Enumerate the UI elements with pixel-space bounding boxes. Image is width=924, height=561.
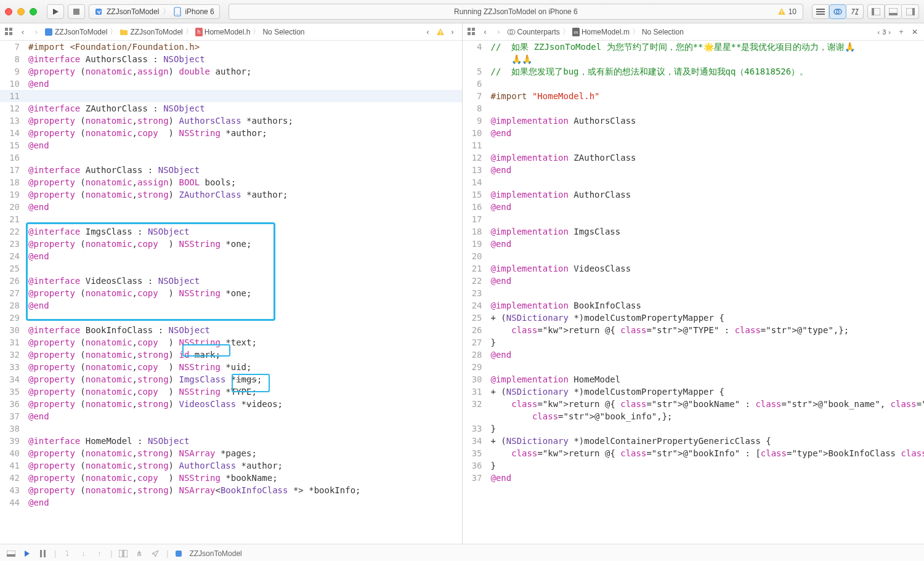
breakpoints-icon[interactable] bbox=[22, 549, 32, 559]
code-line[interactable]: 23@property (nonatomic,copy ) NSString *… bbox=[0, 238, 462, 250]
code-line[interactable]: 9@property (nonatomic,assign) double aut… bbox=[0, 65, 462, 78]
forward-button[interactable]: › bbox=[493, 26, 505, 38]
warning-count[interactable]: 10 bbox=[788, 7, 796, 16]
code-line[interactable]: 24@implementation BookInfoClass bbox=[463, 299, 925, 312]
code-line[interactable]: 14@property (nonatomic,copy ) NSString *… bbox=[0, 127, 462, 139]
code-line[interactable]: 30@implementation HomeModel bbox=[463, 373, 925, 385]
breadcrumb-project[interactable]: ZZJsonToModel bbox=[44, 28, 107, 36]
code-line[interactable]: 21 bbox=[0, 213, 462, 225]
process-name[interactable]: ZZJsonToModel bbox=[189, 549, 241, 558]
code-line[interactable]: 30@interface BookInfoClass : NSObject bbox=[0, 324, 462, 336]
close-button[interactable] bbox=[5, 8, 12, 15]
hide-debug-area-icon[interactable] bbox=[6, 549, 16, 559]
code-line[interactable]: 37@end bbox=[0, 410, 462, 422]
forward-button[interactable]: › bbox=[31, 26, 42, 38]
minimize-button[interactable] bbox=[17, 8, 25, 15]
code-line[interactable]: 19@property (nonatomic,strong) ZAuthorCl… bbox=[0, 188, 462, 201]
code-line[interactable]: 33} bbox=[463, 422, 925, 435]
code-line[interactable]: 42@property (nonatomic,copy ) NSString *… bbox=[0, 472, 462, 484]
code-line[interactable]: 24@end bbox=[0, 250, 462, 262]
version-editor-button[interactable] bbox=[846, 4, 864, 19]
code-line[interactable]: 13@end bbox=[463, 164, 925, 176]
code-line[interactable]: 25 bbox=[0, 262, 462, 275]
code-line[interactable]: 15@end bbox=[0, 139, 462, 151]
code-line[interactable]: 31+ (NSDictionary *)modelCustomPropertyM… bbox=[463, 385, 925, 398]
back-button[interactable]: ‹ bbox=[17, 26, 28, 38]
code-line[interactable]: 10@end bbox=[463, 127, 925, 139]
code-line[interactable]: 39@interface HomeModel : NSObject bbox=[0, 435, 462, 447]
code-line[interactable]: 26 class="kw">return @{ class="str">@"TY… bbox=[463, 324, 925, 336]
code-editor-right[interactable]: 4// 如果 ZZJsonToModel 为您节约了时间，您的**🌟星星**是我… bbox=[463, 41, 925, 544]
breadcrumb-selection[interactable]: No Selection bbox=[262, 28, 304, 36]
code-line[interactable]: 17 bbox=[463, 213, 925, 225]
code-line[interactable]: 23 bbox=[463, 287, 925, 299]
code-line[interactable]: 18@implementation ImgsClass bbox=[463, 225, 925, 238]
code-line[interactable]: 15@implementation AuthorClass bbox=[463, 188, 925, 201]
code-editor-left[interactable]: 7#import <Foundation/Foundation.h>8@inte… bbox=[0, 41, 462, 544]
code-line[interactable]: 14 bbox=[463, 176, 925, 188]
code-line[interactable]: 31@property (nonatomic,copy ) NSString *… bbox=[0, 336, 462, 349]
code-line[interactable]: 20@end bbox=[0, 201, 462, 213]
toggle-navigator-button[interactable] bbox=[867, 4, 885, 19]
breadcrumb-selection[interactable]: No Selection bbox=[642, 28, 684, 36]
code-line[interactable]: 29 bbox=[0, 312, 462, 324]
code-line[interactable]: 11 bbox=[463, 139, 925, 151]
standard-editor-button[interactable] bbox=[812, 4, 829, 19]
code-line[interactable]: 21@implementation VideosClass bbox=[463, 262, 925, 275]
code-line[interactable]: 28@end bbox=[0, 299, 462, 312]
step-over-icon[interactable]: ⤵ bbox=[62, 549, 72, 559]
code-line[interactable]: 27@property (nonatomic,copy ) NSString *… bbox=[0, 287, 462, 299]
code-line[interactable]: 16@end bbox=[463, 201, 925, 213]
code-line[interactable]: class="str">@"book_info",}; bbox=[463, 410, 925, 422]
code-line[interactable]: 19@end bbox=[463, 238, 925, 250]
code-line[interactable]: 9@implementation AuthorsClass bbox=[463, 115, 925, 127]
assistant-editor-button[interactable] bbox=[829, 4, 846, 19]
stop-button[interactable] bbox=[68, 4, 85, 19]
code-line[interactable]: 17@interface AuthorClass : NSObject bbox=[0, 164, 462, 176]
pause-icon[interactable] bbox=[38, 549, 48, 559]
location-icon[interactable] bbox=[150, 549, 160, 559]
code-line[interactable]: 4// 如果 ZZJsonToModel 为您节约了时间，您的**🌟星星**是我… bbox=[463, 41, 925, 53]
code-line[interactable]: 10@end bbox=[0, 78, 462, 90]
code-line[interactable]: 33@property (nonatomic,copy ) NSString *… bbox=[0, 361, 462, 373]
code-line[interactable]: 11 bbox=[0, 90, 462, 102]
add-assistant-button[interactable]: ＋ bbox=[896, 26, 907, 38]
related-items-icon[interactable] bbox=[466, 26, 477, 38]
code-line[interactable]: 35@property (nonatomic,copy ) NSString *… bbox=[0, 385, 462, 398]
code-line[interactable]: 41@property (nonatomic,strong) AuthorCla… bbox=[0, 459, 462, 472]
code-line[interactable]: 8@interface AuthorsClass : NSObject bbox=[0, 53, 462, 65]
code-line[interactable]: 7#import <Foundation/Foundation.h> bbox=[0, 41, 462, 53]
code-line[interactable]: 5// 如果您发现了bug，或有新的想法和建议，请及时通知我qq（4618185… bbox=[463, 65, 925, 78]
code-line[interactable]: 16 bbox=[0, 151, 462, 164]
code-line[interactable]: 28@end bbox=[463, 349, 925, 361]
breadcrumb-folder[interactable]: ZZJsonToModel bbox=[120, 28, 182, 36]
code-line[interactable]: 25+ (NSDictionary *)modelCustomPropertyM… bbox=[463, 312, 925, 324]
next-issue-button[interactable]: › bbox=[447, 26, 458, 38]
code-line[interactable]: 44@end bbox=[0, 496, 462, 509]
code-line[interactable]: 8 bbox=[463, 102, 925, 115]
code-line[interactable]: 32 class="kw">return @{ class="str">@"bo… bbox=[463, 398, 925, 410]
code-line[interactable]: 7#import "HomeModel.h" bbox=[463, 90, 925, 102]
code-line[interactable]: 34+ (NSDictionary *)modelContainerProper… bbox=[463, 435, 925, 447]
code-line[interactable]: 29 bbox=[463, 361, 925, 373]
code-line[interactable]: 35 class="kw">return @{ class="str">@"bo… bbox=[463, 447, 925, 459]
toggle-utilities-button[interactable] bbox=[902, 4, 919, 19]
debug-view-icon[interactable] bbox=[118, 549, 128, 559]
step-into-icon[interactable]: ↓ bbox=[78, 549, 88, 559]
code-line[interactable]: 34@property (nonatomic,strong) ImgsClass… bbox=[0, 373, 462, 385]
memory-graph-icon[interactable]: ⋔ bbox=[134, 549, 144, 559]
code-line[interactable]: 36} bbox=[463, 459, 925, 472]
code-line[interactable]: 🙏🙏 bbox=[463, 53, 925, 65]
close-assistant-button[interactable]: ✕ bbox=[909, 26, 920, 38]
prev-issue-button[interactable]: ‹ bbox=[423, 26, 434, 38]
related-items-icon[interactable] bbox=[4, 26, 15, 38]
code-line[interactable]: 6 bbox=[463, 78, 925, 90]
maximize-button[interactable] bbox=[30, 8, 37, 15]
toggle-debug-area-button[interactable] bbox=[885, 4, 902, 19]
breadcrumb-file[interactable]: h HomeModel.h bbox=[195, 28, 251, 36]
code-line[interactable]: 36@property (nonatomic,strong) VideosCla… bbox=[0, 398, 462, 410]
run-button[interactable] bbox=[47, 4, 64, 19]
step-out-icon[interactable]: ↑ bbox=[94, 549, 104, 559]
code-line[interactable]: 20 bbox=[463, 250, 925, 262]
code-line[interactable]: 18@property (nonatomic,assign) BOOL bool… bbox=[0, 176, 462, 188]
